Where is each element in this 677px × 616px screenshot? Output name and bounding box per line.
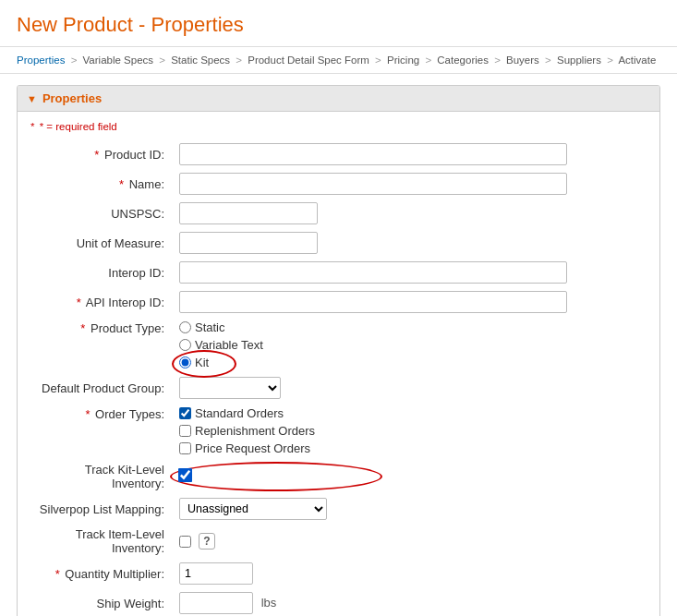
field-name: * Name: [30, 169, 647, 199]
api-interop-id-label: API Interop ID: [86, 296, 164, 309]
radio-kit-input[interactable] [179, 356, 191, 368]
order-types-label: Order Types: [95, 407, 164, 421]
breadcrumb-static-specs: Static Specs [171, 54, 230, 66]
breadcrumb-buyers: Buyers [506, 54, 539, 66]
field-silverpop: Silverpop List Mapping: Unassigned [30, 494, 647, 524]
required-note: * * = required field [30, 121, 647, 132]
interop-id-label: Interop ID: [108, 266, 164, 280]
radio-variable-text-label: Variable Text [195, 338, 263, 352]
unspsc-input[interactable] [179, 202, 318, 224]
order-type-replenishment-checkbox[interactable] [179, 425, 191, 437]
breadcrumb-categories: Categories [437, 54, 489, 66]
default-product-group-label: Default Product Group: [42, 381, 164, 395]
ship-weight-input[interactable] [179, 592, 253, 614]
uom-input[interactable] [179, 232, 318, 254]
required-star: * [119, 177, 124, 191]
radio-kit-label: Kit [195, 356, 209, 369]
default-product-group-select[interactable] [179, 377, 281, 399]
field-track-item-level: Track Item-Level Inventory: ? [30, 524, 647, 559]
name-label: Name: [129, 177, 164, 191]
field-interop-id: Interop ID: [30, 258, 647, 287]
lbs-label: lbs [261, 596, 277, 610]
name-input[interactable] [179, 173, 567, 195]
kit-inventory-highlight-circle [170, 462, 382, 491]
breadcrumb: Properties > Variable Specs > Static Spe… [0, 47, 677, 74]
order-type-standard-checkbox[interactable] [179, 407, 191, 419]
required-star: * [77, 296, 81, 309]
breadcrumb-activate: Activate [618, 54, 656, 66]
api-interop-id-input[interactable] [179, 291, 567, 313]
breadcrumb-variable-specs: Variable Specs [83, 54, 154, 66]
radio-static-input[interactable] [179, 321, 191, 333]
field-unspsc: UNSPSC: [30, 199, 647, 228]
order-type-standard-label: Standard Orders [195, 406, 284, 420]
required-star: * [80, 321, 85, 335]
field-ship-weight: Ship Weight: lbs [30, 588, 647, 616]
breadcrumb-properties[interactable]: Properties [17, 54, 65, 66]
required-star-note: * [30, 121, 34, 132]
product-type-label: Product Type: [91, 321, 164, 335]
field-unit-of-measure: Unit of Measure: [30, 228, 647, 258]
radio-static-label: Static [195, 320, 225, 334]
section-header-properties: ▼ Properties [18, 86, 659, 112]
help-icon[interactable]: ? [199, 533, 215, 550]
field-api-interop-id: * API Interop ID: [30, 287, 647, 317]
field-track-kit-level: Track Kit-Level Inventory: [30, 459, 647, 494]
order-type-price-request-label: Price Request Orders [195, 441, 310, 455]
order-type-price-request-checkbox[interactable] [179, 442, 191, 454]
order-type-standard: Standard Orders [179, 406, 641, 420]
track-item-level-label: Track Item-Level Inventory: [76, 527, 164, 555]
radio-kit-row: Kit [179, 356, 209, 369]
required-star: * [94, 148, 99, 162]
unspsc-label: UNSPSC: [111, 207, 164, 221]
interop-id-input[interactable] [179, 261, 567, 284]
required-star: * [55, 567, 60, 581]
quantity-multiplier-label: Quantity Multiplier: [65, 567, 164, 581]
required-star: * [85, 407, 90, 421]
page-title: New Product - Properties [0, 0, 677, 47]
product-id-input[interactable] [179, 143, 567, 165]
order-type-replenishment: Replenishment Orders [179, 424, 641, 438]
field-product-id: * Product ID: [30, 139, 647, 169]
silverpop-label: Silverpop List Mapping: [40, 502, 164, 516]
radio-variable-text: Variable Text [179, 338, 641, 352]
product-id-label: Product ID: [104, 148, 164, 162]
breadcrumb-suppliers: Suppliers [557, 54, 601, 66]
breadcrumb-product-detail-spec-form: Product Detail Spec Form [248, 54, 369, 66]
field-default-product-group: Default Product Group: [30, 373, 647, 403]
field-order-types: * Order Types: Standard Orders [30, 403, 647, 459]
silverpop-select[interactable]: Unassigned [179, 498, 327, 520]
field-product-type: * Product Type: Static [30, 317, 647, 373]
track-item-level-checkbox[interactable] [179, 536, 191, 548]
track-kit-level-label: Track Kit-Level Inventory: [85, 463, 164, 490]
track-kit-level-checkbox[interactable] [178, 468, 193, 483]
radio-static: Static [179, 320, 641, 334]
section-title: Properties [42, 91, 102, 105]
section-collapse-arrow[interactable]: ▼ [27, 93, 37, 104]
field-quantity-multiplier: * Quantity Multiplier: [30, 559, 647, 588]
order-type-price-request: Price Request Orders [179, 441, 641, 455]
ship-weight-label: Ship Weight: [97, 597, 164, 610]
quantity-multiplier-input[interactable] [179, 562, 253, 585]
radio-variable-text-input[interactable] [179, 339, 191, 351]
order-type-replenishment-label: Replenishment Orders [195, 424, 315, 438]
breadcrumb-pricing: Pricing [387, 54, 419, 66]
uom-label: Unit of Measure: [77, 236, 164, 250]
